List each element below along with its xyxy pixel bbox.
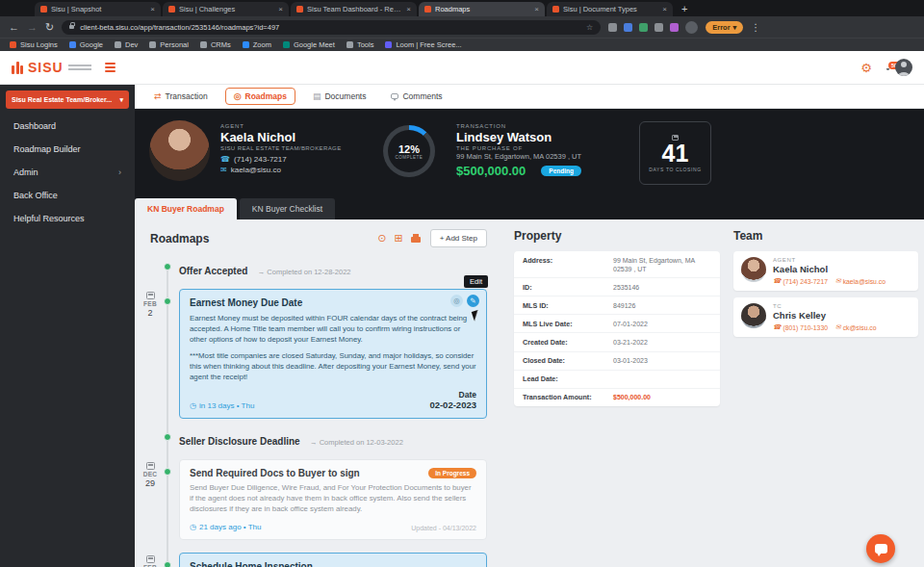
bookmark-item[interactable]: CRMs [200,40,231,49]
browser-menu-icon[interactable]: ⋮ [751,22,760,33]
browser-tab[interactable]: Sisu | Document Types × [547,2,673,16]
reload-icon[interactable]: ↻ [45,21,54,34]
bookmark-item[interactable]: Personal [149,40,189,49]
back-icon[interactable]: ← [9,21,19,33]
sisu-logo[interactable]: SISU [12,60,91,75]
new-tab-button[interactable]: + [681,3,687,16]
tab-close-icon[interactable]: × [662,5,667,13]
due-text: 21 days ago • Thu [199,523,261,531]
due-indicator: ◷ 21 days ago • Thu [190,523,261,531]
member-email[interactable]: ✉ck@sisu.co [835,323,877,331]
tab-close-icon[interactable]: × [150,5,155,13]
calendar-icon [672,135,679,141]
tab-transaction[interactable]: ⇄ Transaction [146,89,216,104]
tab-roadmaps[interactable]: ◎ Roadmaps [225,88,295,105]
browser-addressbar: ← → ↻ client-beta.sisu.co/app/transactio… [0,16,924,38]
step-card[interactable]: Send Required Docs to Buyer to sign In P… [179,459,487,540]
print-icon[interactable] [411,237,421,243]
member-phone[interactable]: ☎(801) 710-1330 [773,323,828,331]
agent-photo [149,120,210,181]
error-badge-label: Error [712,23,730,32]
content-area: Roadmaps ⊙ ⊞ + Add Step Offer Accepted [135,219,924,567]
sidebar-item-helpful-resources[interactable]: Helpful Resources [0,207,135,230]
agent-email-address: kaela@sisu.co [231,166,281,174]
add-step-button[interactable]: + Add Step [430,229,487,247]
tab-close-icon[interactable]: × [278,5,283,13]
chevron-down-icon: ▾ [733,23,737,32]
member-email-address: ck@sisu.co [843,324,877,331]
step-card[interactable]: Schedule Home Inspection You are welcome… [179,553,487,567]
extension-icon[interactable] [639,23,648,32]
bookmark-item[interactable]: Zoom [243,40,271,49]
extension-icon[interactable] [608,23,617,32]
calendar-icon[interactable]: ⊞ [394,232,402,245]
subtab-label: KN Buyer Checklist [252,204,322,214]
tab-documents[interactable]: ▤ Documents [305,89,374,104]
bookmark-star-icon[interactable]: ☆ [586,23,593,32]
team-column: Team AGENT Kaela Nichol ☎(714) 243-7217 … [733,229,918,337]
bookmark-item[interactable]: Sisu Logins [10,40,58,49]
status-badge: Pending [541,166,581,176]
sidebar-item-label: Helpful Resources [13,214,85,223]
bookmark-item[interactable]: Tools [346,40,374,49]
url-field[interactable]: client-beta.sisu.co/app/transaction/2535… [62,20,601,35]
days-to-closing-label: DAYS TO CLOSING [649,167,701,172]
member-email[interactable]: ✉kaela@sisu.co [835,277,886,285]
agent-phone-number: (714) 243-7217 [234,155,287,164]
chevron-down-icon: ▾ [119,96,123,104]
member-phone[interactable]: ☎(714) 243-7217 [773,277,828,285]
extension-icon[interactable] [624,23,632,32]
edit-button[interactable]: ✎ [467,295,479,307]
gear-icon[interactable]: ⚙ [860,61,872,75]
team-member-card: AGENT Kaela Nichol ☎(714) 243-7217 ✉kael… [733,251,918,291]
bookmark-item[interactable]: Dev [115,40,138,49]
bookmark-item[interactable]: Loom | Free Scree... [385,40,461,49]
eye-icon[interactable]: ⊙ [377,232,386,245]
bookmark-item[interactable]: Google Meet [283,40,335,49]
browser-tab[interactable]: Sisu | Challenges × [163,2,289,16]
sidebar-item-admin[interactable]: Admin› [0,161,135,184]
agent-name: Kaela Nichol [220,130,342,144]
extension-icon[interactable] [654,23,663,32]
tab-close-icon[interactable]: × [406,5,411,13]
team-selector-dropdown[interactable]: Sisu Real Estate Team/Broker... ▾ [6,90,129,109]
step-status-button[interactable]: ◎ [450,295,463,307]
bookmark-icon [10,41,16,48]
browser-profile-avatar[interactable] [685,21,698,34]
user-avatar[interactable] [895,59,912,76]
brand-name: SISU [28,60,64,75]
hamburger-menu-icon[interactable] [105,63,116,72]
tab-close-icon[interactable]: × [534,5,539,13]
browser-tab[interactable]: Sisu Team Dashboard - Revenu × [291,2,417,16]
bookmarks-bar: Sisu Logins Google Dev Personal CRMs Zoo… [0,38,924,51]
property-card: Address: 99 Main St, Edgartown, MA 02539… [514,251,720,406]
chat-widget-button[interactable] [866,534,895,563]
sidebar-item-back-office[interactable]: Back Office [0,184,135,207]
property-label: ID: [523,283,613,292]
browser-tab[interactable]: Sisu | Snapshot × [35,2,161,16]
subtab-kn-buyer-roadmap[interactable]: KN Buyer Roadmap [135,198,237,219]
property-row: Address: 99 Main St, Edgartown, MA 02539… [514,251,720,278]
sidebar-item-dashboard[interactable]: Dashboard [0,115,135,138]
sidebar: Sisu Real Estate Team/Broker... ▾ Dashbo… [0,85,135,567]
tab-comments[interactable]: Comments [383,89,449,104]
extension-icon[interactable] [670,23,679,32]
timeline-dot [164,561,171,567]
days-to-closing-box: 41 DAYS TO CLOSING [639,121,711,185]
step-card[interactable]: Edit ◎ ✎ Earnest Money Due Date Earnest … [179,289,487,419]
forward-icon[interactable]: → [27,21,38,33]
property-row: Transaction Amount: $500,000.00 [514,389,720,406]
document-icon: ▤ [313,91,321,101]
step-day: 29 [145,478,155,488]
tab-title: Sisu Team Dashboard - Revenu [307,5,402,13]
bookmark-label: Google [80,40,103,49]
property-value: 849126 [613,301,711,310]
agent-phone[interactable]: ☎ (714) 243-7217 [220,155,342,164]
sidebar-item-roadmap-builder[interactable]: Roadmap Builder [0,138,135,161]
agent-email[interactable]: ✉ kaela@sisu.co [220,166,342,174]
subtab-label: KN Buyer Roadmap [147,204,224,214]
subtab-kn-buyer-checklist[interactable]: KN Buyer Checklist [240,198,335,219]
bookmark-item[interactable]: Google [69,40,103,49]
error-badge[interactable]: Error ▾ [706,21,743,34]
browser-tab-active[interactable]: Roadmaps × [419,2,545,16]
